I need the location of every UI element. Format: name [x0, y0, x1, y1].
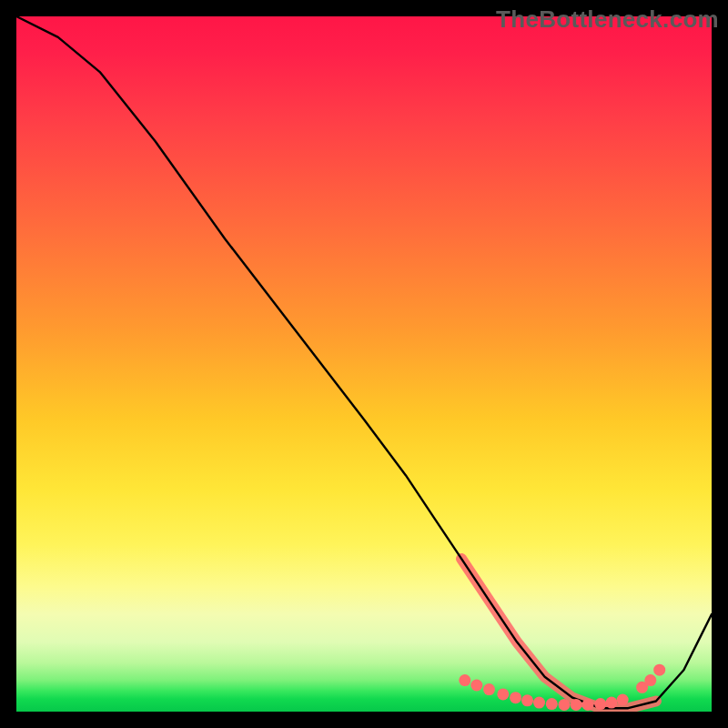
optimal-point-dot: [582, 699, 594, 711]
plot-area: [16, 16, 712, 712]
optimal-point-dot: [497, 688, 509, 700]
optimal-point-dot: [617, 694, 629, 706]
optimal-point-dot: [571, 699, 582, 711]
optimal-point-dot: [459, 674, 470, 686]
chart-overlay-svg: [16, 16, 712, 712]
optimal-point-dot: [521, 694, 533, 706]
optimal-point-dot: [533, 697, 545, 709]
optimal-point-dot: [470, 680, 482, 692]
optimal-point-dot: [559, 699, 571, 711]
optimal-point-dot: [483, 683, 495, 695]
bottleneck-curve: [16, 16, 712, 708]
optimal-point-dot: [653, 664, 665, 676]
optimal-point-dot: [606, 697, 618, 709]
optimal-point-dot: [644, 674, 656, 686]
watermark-label: TheBottleneck.com: [496, 5, 719, 34]
optimal-point-dot: [594, 698, 606, 710]
optimal-point-dot: [546, 698, 558, 710]
optimal-point-dot: [510, 692, 521, 703]
chart-frame: TheBottleneck.com: [0, 0, 728, 728]
